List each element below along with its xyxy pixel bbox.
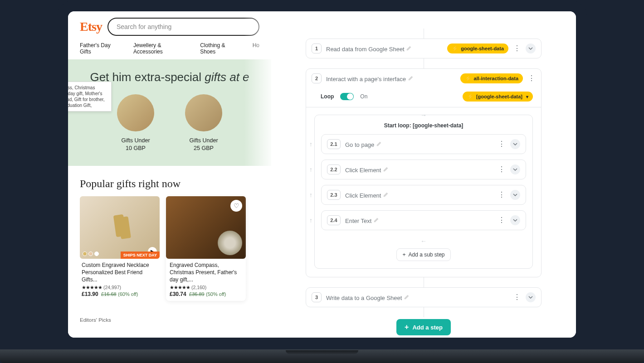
- edit-icon[interactable]: [376, 140, 382, 147]
- product-card[interactable]: ♡ Engraved Compass, Christmas Present, F…: [166, 196, 246, 301]
- add-sub-step-button[interactable]: +Add a sub step: [396, 248, 450, 261]
- arrow-right-icon: →: [420, 111, 427, 119]
- nav-item[interactable]: Jewellery & Accessories: [133, 42, 185, 55]
- expand-toggle[interactable]: [510, 215, 520, 225]
- sub-step-card: 2.2 Click Element ⋮: [321, 160, 526, 179]
- search-input[interactable]: Search for anything: [107, 18, 259, 36]
- product-image: ♡: [166, 196, 246, 259]
- step-title: Read data from Google Sheet: [326, 45, 443, 53]
- loop-toggle[interactable]: [340, 93, 354, 100]
- gift-category[interactable]: Gifts Under10 GBP: [111, 94, 161, 152]
- color-swatch-dots[interactable]: [83, 252, 99, 256]
- more-menu-icon[interactable]: ⋮: [498, 191, 506, 198]
- arrow-up-icon: ↑: [309, 166, 312, 173]
- step-number-badge: 2: [312, 73, 322, 83]
- sub-step-number: 2.2: [327, 165, 341, 174]
- step-number-badge: 1: [312, 44, 322, 53]
- arrow-left-icon: ←: [321, 236, 526, 247]
- arrow-up-icon: ↑: [309, 217, 312, 224]
- loop-frame: → Start loop: [google-sheet-data] ↑ 2.1 …: [314, 115, 533, 269]
- etsy-logo[interactable]: Etsy: [80, 19, 102, 34]
- edit-icon[interactable]: [373, 217, 380, 223]
- data-source-pill[interactable]: ⚡all-interaction-data: [460, 73, 523, 83]
- step-header: 3 Write data to a Google Sheet ⋮: [306, 288, 541, 307]
- laptop-frame: Etsy Search for anything Father's Day Gi…: [57, 0, 587, 349]
- more-menu-icon[interactable]: ⋮: [513, 45, 521, 52]
- arrow-up-icon: ↑: [309, 191, 312, 198]
- sub-step-card: 2.4 Enter Text ⋮: [321, 210, 526, 230]
- browser-preview-pane: Etsy Search for anything Father's Day Gi…: [68, 11, 271, 338]
- plug-icon: ⚡: [452, 45, 459, 52]
- expand-toggle[interactable]: [526, 44, 536, 53]
- gift-category[interactable]: Gifts Under25 GBP: [179, 94, 229, 152]
- product-rating: ★★★★★ (2,160): [166, 283, 246, 290]
- workflow-builder-pane: 1 Read data from Google Sheet ⚡google-sh…: [271, 11, 576, 338]
- add-sub-step-row: +Add a sub step: [321, 247, 526, 261]
- sub-step-number: 2.4: [327, 215, 341, 225]
- sub-step-row: ↑ 2.4 Enter Text ⋮: [321, 210, 526, 230]
- section-heading: Popular gifts right now: [68, 166, 271, 196]
- expand-toggle[interactable]: [510, 190, 520, 200]
- expand-toggle[interactable]: [526, 292, 536, 302]
- arrow-up-icon: ↑: [309, 140, 312, 148]
- nav-item[interactable]: Clothing & Shoes: [200, 42, 237, 55]
- sub-step-number: 2.1: [327, 139, 341, 149]
- sub-step-title: Enter Text: [345, 217, 493, 224]
- sub-step-row: ↑ 2.3 Click Element ⋮: [321, 185, 526, 205]
- gift-thumbnail: [117, 94, 154, 131]
- chevron-down-icon: ▾: [526, 94, 528, 99]
- step-card: 1 Read data from Google Sheet ⚡google-sh…: [306, 39, 542, 58]
- loop-body: → Start loop: [google-sheet-data] ↑ 2.1 …: [306, 107, 541, 277]
- add-step-button[interactable]: + Add a step: [396, 319, 451, 335]
- step-number-badge: 3: [312, 292, 322, 302]
- loop-label: Loop: [321, 93, 334, 100]
- nav-item[interactable]: Father's Day Gifts: [80, 42, 118, 55]
- more-menu-icon[interactable]: ⋮: [527, 75, 536, 82]
- expand-toggle[interactable]: [510, 165, 520, 174]
- sub-step-title: Click Element: [345, 166, 493, 174]
- shipping-badge: SHIPS NEXT DAY: [121, 252, 160, 259]
- edit-icon[interactable]: [404, 294, 410, 300]
- step-header: 2 Interact with a page's interface ⚡all-…: [306, 69, 541, 88]
- edit-icon[interactable]: [383, 191, 389, 198]
- step-card: 3 Write data to a Google Sheet ⋮: [306, 287, 542, 307]
- toggle-state-label: On: [360, 93, 367, 100]
- product-image: ▶ SHIPS NEXT DAY: [80, 196, 160, 259]
- category-nav: Father's Day Gifts Jewellery & Accessori…: [68, 39, 271, 59]
- more-menu-icon[interactable]: ⋮: [513, 294, 521, 301]
- favorite-icon[interactable]: ♡: [230, 200, 242, 212]
- more-menu-icon[interactable]: ⋮: [498, 166, 506, 173]
- sub-step-number: 2.3: [327, 190, 341, 200]
- edit-icon[interactable]: [408, 75, 414, 81]
- sub-step-title: Go to page: [345, 140, 493, 148]
- laptop-base: [0, 349, 644, 363]
- product-grid: ▶ SHIPS NEXT DAY Custom Engraved Necklac…: [68, 196, 271, 301]
- loop-settings-row: Loop On ⚡[google-sheet-data]▾: [306, 88, 541, 107]
- workflow-column: 1 Read data from Google Sheet ⚡google-sh…: [280, 29, 567, 335]
- more-menu-icon[interactable]: ⋮: [498, 140, 506, 148]
- expand-toggle[interactable]: [510, 139, 520, 149]
- gift-thumbnail: [185, 94, 222, 131]
- data-source-pill[interactable]: ⚡google-sheet-data: [447, 44, 508, 53]
- editors-picks-label: Editors' Picks: [68, 301, 271, 324]
- product-title: Custom Engraved Necklace Personalized Be…: [80, 259, 160, 284]
- connector-line: [424, 58, 424, 68]
- connector-line: [424, 277, 424, 287]
- plus-icon: +: [402, 252, 405, 258]
- edit-icon[interactable]: [406, 45, 412, 51]
- product-card[interactable]: ▶ SHIPS NEXT DAY Custom Engraved Necklac…: [80, 196, 160, 301]
- connector-line: [424, 29, 424, 39]
- product-price: £13.90 £16.68 (60% off): [80, 290, 160, 297]
- hover-tooltip: Engraved Compass, Christmas Present, Fat…: [68, 82, 112, 111]
- site-header: Etsy Search for anything: [68, 11, 271, 39]
- gift-categories: Engraved Compass, Christmas Present, Fat…: [68, 84, 271, 152]
- connector-line: [424, 307, 424, 317]
- sub-step-title: Click Element: [345, 191, 493, 199]
- loop-data-pill[interactable]: ⚡[google-sheet-data]▾: [463, 92, 533, 102]
- product-rating: ★★★★★ (24,997): [80, 283, 160, 290]
- nav-item[interactable]: Ho: [253, 42, 259, 55]
- step-title: Write data to a Google Sheet: [326, 294, 508, 301]
- edit-icon[interactable]: [383, 166, 389, 172]
- plug-icon: ⚡: [467, 93, 474, 100]
- more-menu-icon[interactable]: ⋮: [498, 217, 506, 224]
